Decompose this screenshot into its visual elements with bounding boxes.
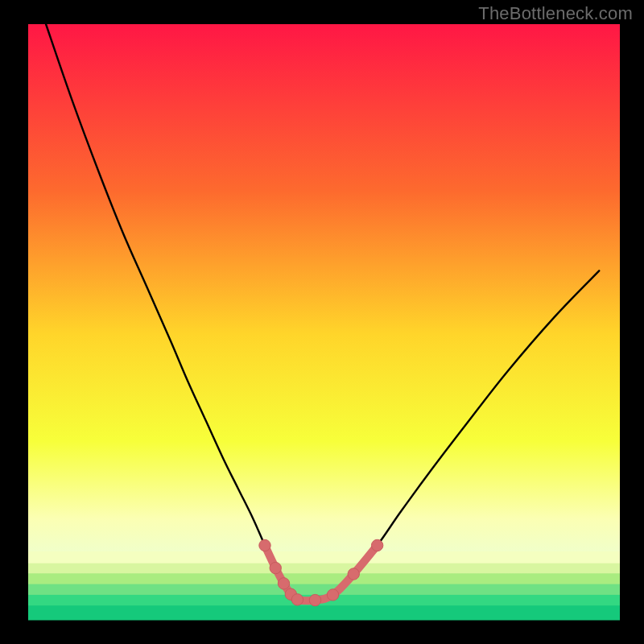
marker-dot [371,539,382,551]
color-band [28,584,620,596]
attribution-text: TheBottleneck.com [478,3,633,24]
color-band [28,551,620,564]
chart-stage: TheBottleneck.com [0,0,644,644]
plot-background [28,24,620,620]
marker-dot [291,594,303,605]
color-band [28,564,620,574]
marker-dot [348,568,359,580]
marker-dot [327,589,338,601]
color-band [28,573,620,584]
marker-dot [309,594,320,605]
marker-dot [278,578,289,589]
marker-dot [270,562,281,573]
bottleneck-chart [0,0,644,644]
marker-dot [259,539,270,551]
bottom-color-bands [28,551,620,621]
color-band [28,605,620,620]
